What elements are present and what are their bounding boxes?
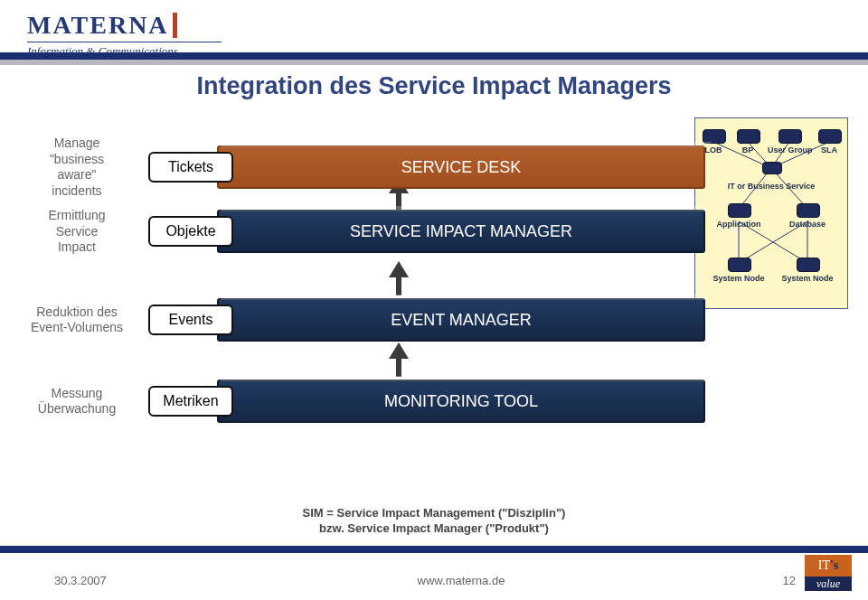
arrow-monitor-to-event-icon bbox=[389, 342, 409, 359]
tree-label-sysnode-1: System Node bbox=[712, 274, 766, 283]
its-value-badge: IT's value bbox=[805, 555, 852, 591]
chip-objekte: Objekte bbox=[148, 216, 233, 247]
tree-label-bp: BP bbox=[735, 145, 760, 155]
footer-date: 30.3.2007 bbox=[54, 574, 235, 587]
badge-top: IT's bbox=[805, 555, 852, 577]
chip-metriken: Metriken bbox=[148, 386, 233, 417]
page-title: Integration des Service Impact Managers bbox=[0, 72, 868, 100]
tree-node-bp bbox=[737, 129, 760, 144]
footer-band bbox=[0, 546, 868, 553]
header-band-light bbox=[0, 60, 868, 65]
header-band-dark bbox=[0, 52, 868, 60]
row-label-3: Reduktion des Event-Volumens bbox=[0, 305, 154, 336]
tree-label-sysnode-2: System Node bbox=[780, 274, 835, 283]
logo-text: MATERNA bbox=[27, 11, 169, 40]
row-label-1: Manage "business aware" incidents bbox=[0, 136, 154, 199]
tree-label-application: Application bbox=[713, 220, 764, 229]
tree-node-application bbox=[728, 203, 751, 218]
row-label-4: Messung Überwachung bbox=[0, 386, 154, 417]
footer-url: www.materna.de bbox=[235, 574, 687, 587]
tree-label-service: IT or Business Service bbox=[726, 182, 816, 191]
badge-bottom: value bbox=[805, 577, 852, 591]
tree-node-sysnode-1 bbox=[728, 258, 751, 272]
tree-label-database: Database bbox=[786, 220, 829, 229]
bar-sim: SERVICE IMPACT MANAGER bbox=[217, 210, 705, 253]
tree-label-sla: SLA bbox=[816, 145, 842, 155]
tree-node-sla bbox=[818, 129, 842, 144]
tree-node-usergroup bbox=[778, 129, 802, 144]
bar-service-desk: SERVICE DESK bbox=[217, 145, 705, 189]
service-tree: LOB BP User Group SLA IT or Business Ser… bbox=[694, 117, 848, 309]
sim-caption: SIM = Service Impact Management ("Diszip… bbox=[0, 505, 868, 537]
arrow-event-to-sim-icon bbox=[389, 261, 409, 277]
tree-node-database bbox=[797, 203, 820, 218]
chip-tickets: Tickets bbox=[148, 152, 233, 183]
logo-accent-bar bbox=[173, 13, 177, 38]
diagram-canvas: Manage "business aware" incidents Ticket… bbox=[0, 117, 868, 510]
tree-label-usergroup: User Group bbox=[768, 145, 811, 155]
chip-events: Events bbox=[148, 305, 233, 335]
tree-node-service bbox=[762, 162, 782, 174]
row-label-2: Ermittlung Service Impact bbox=[0, 208, 154, 256]
bar-monitoring: MONITORING TOOL bbox=[217, 380, 705, 423]
footer: 30.3.2007 www.materna.de 12 bbox=[0, 574, 868, 587]
row-monitoring: Messung Überwachung Metriken MONITORING … bbox=[0, 380, 868, 423]
tree-node-sysnode-2 bbox=[797, 258, 820, 272]
bar-event-manager: EVENT MANAGER bbox=[217, 298, 705, 342]
